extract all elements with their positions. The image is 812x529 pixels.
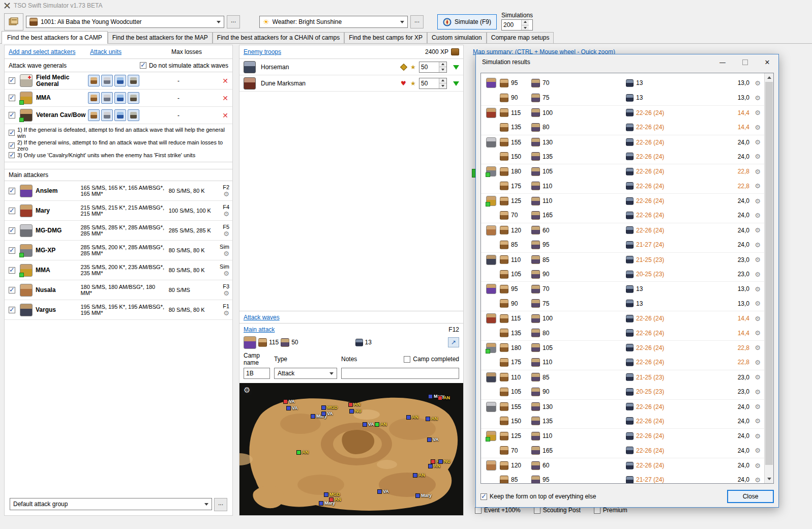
map-marker[interactable]: AN (375, 422, 387, 427)
result-row[interactable]: 120 60 22-26 (24) 24,0 ⚙ (481, 458, 765, 473)
gear-icon[interactable]: ⚙ (753, 80, 763, 86)
enemy-count-spinner[interactable] (439, 62, 446, 72)
simulate-button[interactable]: Simulate (F9) (437, 14, 497, 30)
result-row[interactable]: 85 95 21-27 (24) 24,0 ⚙ (481, 473, 765, 484)
attack-waves-link[interactable]: Attack waves (244, 314, 280, 321)
general-checkbox[interactable] (9, 95, 15, 101)
weather-select[interactable]: ☀ Weather: Bright Sunshine (259, 16, 408, 28)
unit-slot-icon[interactable] (128, 92, 139, 104)
enemy-count-input[interactable] (419, 78, 439, 89)
camp-name-input[interactable] (244, 368, 270, 379)
result-row[interactable]: 180 105 22-26 (24) 22,8 ⚙ (481, 164, 765, 179)
option-checkbox[interactable] (9, 142, 15, 149)
scroll-up-icon[interactable] (765, 73, 773, 82)
gear-icon[interactable]: ⚙ (753, 286, 763, 292)
green-down-arrow-icon[interactable] (453, 81, 459, 89)
result-row[interactable]: 115 100 22-26 (24) 14,4 ⚙ (481, 311, 765, 326)
remove-general-button[interactable]: ✕ (222, 111, 228, 120)
adventure-map[interactable]: ⚙ VA VA Mary MGD (239, 383, 463, 515)
result-row[interactable]: 115 100 22-26 (24) 14,4 ⚙ (481, 105, 765, 120)
attack-group-select[interactable]: Default attack group (10, 498, 212, 510)
minimize-button[interactable]: — (711, 54, 734, 70)
gear-icon[interactable]: ⚙ (753, 433, 763, 439)
gear-icon[interactable]: ⚙ (223, 211, 229, 217)
gear-icon[interactable]: ⚙ (753, 477, 763, 483)
scrollbar[interactable] (764, 73, 773, 483)
gear-icon[interactable]: ⚙ (753, 374, 763, 380)
result-row[interactable]: 90 75 13 13,0 ⚙ (481, 296, 765, 311)
map-marker[interactable]: AN (406, 415, 418, 420)
map-marker[interactable]: AN (426, 417, 438, 421)
map-marker[interactable]: Mary (319, 501, 335, 506)
result-row[interactable]: 175 110 22-26 (24) 22,8 ⚙ (481, 179, 765, 193)
gear-icon[interactable]: ⚙ (753, 389, 763, 395)
result-row[interactable]: 105 90 20-25 (23) 23,0 ⚙ (481, 385, 765, 399)
result-row[interactable]: 95 70 13 13,0 ⚙ (481, 76, 765, 91)
attacker-checkbox[interactable] (9, 287, 15, 293)
gear-icon[interactable]: ⚙ (753, 95, 763, 101)
result-row[interactable]: 175 110 22-26 (24) 22,8 ⚙ (481, 355, 765, 370)
remove-general-button[interactable]: ✕ (222, 77, 228, 85)
unit-slot-icon[interactable] (101, 75, 113, 86)
gear-icon[interactable]: ⚙ (223, 270, 229, 277)
unit-slot-icon[interactable] (114, 75, 126, 86)
map-marker[interactable]: MGD (321, 405, 338, 410)
simulations-input[interactable] (502, 20, 521, 30)
map-marker[interactable]: Mary (415, 493, 432, 498)
result-row[interactable]: 120 60 22-26 (24) 24,0 ⚙ (481, 223, 765, 238)
gear-icon[interactable]: ⚙ (753, 315, 763, 322)
gear-icon[interactable]: ⚙ (753, 153, 763, 160)
results-window-titlebar[interactable]: Simulation results — ✕ (476, 54, 778, 70)
close-button[interactable]: Close (727, 490, 774, 503)
no-sim-waves-checkbox[interactable] (140, 62, 146, 69)
map-marker[interactable]: VA (283, 399, 295, 404)
add-select-attackers-link[interactable]: Add and select attackers (9, 48, 90, 55)
enemy-count-spinner[interactable] (439, 78, 446, 89)
result-row[interactable]: 125 110 22-26 (24) 24,0 ⚙ (481, 428, 765, 443)
green-down-arrow-icon[interactable] (453, 65, 459, 73)
gear-icon[interactable]: ⚙ (753, 109, 763, 116)
weather-more-button[interactable]: ... (410, 15, 424, 28)
tab[interactable]: Find the best camps for XP (344, 32, 427, 43)
result-row[interactable]: 150 135 22-26 (24) 24,0 ⚙ (481, 149, 765, 164)
tab[interactable]: Find the best attackers for the MAP (108, 32, 213, 43)
gear-icon[interactable]: ⚙ (753, 330, 763, 336)
result-row[interactable]: 110 85 21-25 (23) 23,0 ⚙ (481, 370, 765, 385)
camp-completed-checkbox[interactable] (404, 356, 410, 363)
general-checkbox[interactable] (9, 112, 15, 119)
result-row[interactable]: 95 70 13 13,0 ⚙ (481, 281, 765, 296)
gear-icon[interactable]: ⚙ (753, 271, 763, 278)
unit-slot-icon[interactable] (128, 75, 139, 86)
result-row[interactable]: 135 80 22-26 (24) 14,4 ⚙ (481, 120, 765, 135)
notes-input[interactable] (341, 368, 459, 379)
attacker-checkbox[interactable] (9, 208, 15, 214)
camp-type-select[interactable]: Attack (274, 368, 337, 379)
option-checkbox[interactable] (9, 152, 15, 158)
enemy-count-input[interactable] (419, 62, 439, 72)
scroll-down-icon[interactable] (765, 475, 773, 483)
result-row[interactable]: 155 130 22-26 (24) 24,0 ⚙ (481, 135, 765, 150)
adventure-select[interactable]: 1001: Ali Baba the Young Woodcutter (26, 16, 224, 28)
gear-icon[interactable]: ⚙ (753, 183, 763, 189)
gear-icon[interactable]: ⚙ (753, 256, 763, 263)
main-attack-link[interactable]: Main attack (244, 326, 275, 333)
attacker-checkbox[interactable] (9, 227, 15, 234)
result-row[interactable]: 70 165 22-26 (24) 24,0 ⚙ (481, 443, 765, 458)
map-marker[interactable]: NU (349, 409, 362, 414)
result-row[interactable]: 180 105 22-26 (24) 22,8 ⚙ (481, 340, 765, 355)
gear-icon[interactable]: ⚙ (753, 242, 763, 248)
gear-icon[interactable]: ⚙ (753, 447, 763, 454)
scrollbar-thumb[interactable] (765, 82, 773, 465)
general-checkbox[interactable] (9, 77, 15, 84)
unit-slot-icon[interactable] (88, 109, 100, 121)
map-marker[interactable]: VA (363, 422, 374, 427)
attacker-checkbox[interactable] (9, 307, 15, 313)
gear-icon[interactable]: ⚙ (223, 191, 229, 197)
gear-icon[interactable]: ⚙ (753, 139, 763, 145)
result-row[interactable]: 135 80 22-26 (24) 14,4 ⚙ (481, 326, 765, 340)
gear-icon[interactable]: ⚙ (223, 230, 229, 237)
map-marker[interactable]: VA (377, 489, 389, 494)
result-row[interactable]: 105 90 20-25 (23) 23,0 ⚙ (481, 267, 765, 282)
result-row[interactable]: 125 110 22-26 (24) 24,0 ⚙ (481, 193, 765, 208)
unit-slot-icon[interactable] (114, 109, 126, 121)
